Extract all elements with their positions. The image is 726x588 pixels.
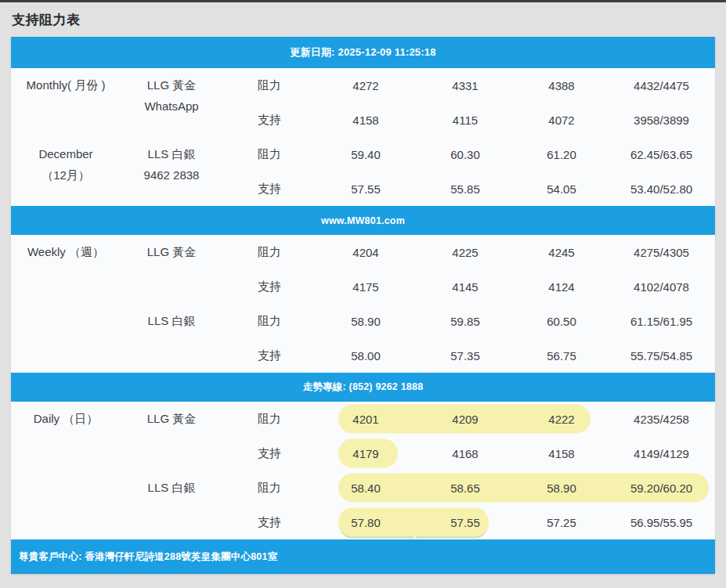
combo-value-cell: 56.95/55.95	[608, 505, 715, 539]
combo-value-cell: 4102/4078	[608, 269, 715, 304]
value-cell: 4168	[415, 436, 515, 471]
value-cell: 55.85	[415, 171, 515, 206]
value-cell: 57.55	[316, 171, 415, 206]
combo-value-cell: 4235/4258	[608, 402, 715, 436]
combo-value-cell: 59.20/60.20	[608, 471, 715, 505]
combo-value-cell: 55.75/54.85	[608, 338, 715, 373]
product-line: LLS 白銀	[121, 310, 222, 331]
product-cell: LLG 黃金	[121, 235, 222, 304]
value-cell: 56.75	[515, 338, 608, 373]
value-cell: 61.20	[515, 137, 608, 171]
value-cell: 4272	[316, 68, 415, 103]
value-cell: 4331	[415, 68, 515, 103]
value-cell: 4175	[316, 269, 415, 304]
period-line: Monthly( 月份 )	[11, 74, 121, 96]
table-row: December （12月） LLS 白銀 9462 2838 阻力 59.40…	[11, 137, 715, 171]
value-cell: 60.50	[515, 304, 608, 338]
row-type-label: 支持	[222, 269, 316, 304]
product-line: LLS 白銀	[121, 143, 222, 164]
value-cell: 57.80	[316, 505, 415, 539]
combo-value-cell: 3958/3899	[608, 103, 715, 137]
title-bar: 支持阻力表	[0, 2, 726, 37]
value-cell: 57.35	[415, 338, 515, 373]
value-cell: 59.40	[316, 137, 415, 171]
row-type-label: 支持	[222, 103, 316, 137]
product-line: LLS 白銀	[121, 477, 222, 498]
value-cell: 59.85	[415, 304, 515, 338]
product-line: WhatsApp	[121, 96, 222, 117]
value-cell: 58.65	[415, 471, 515, 505]
combo-value-cell: 53.40/52.80	[608, 171, 715, 206]
period-line: Weekly （週）	[11, 241, 121, 262]
row-type-label: 支持	[222, 338, 316, 373]
table-row: 尊貴客戶中心: 香港灣仔軒尼詩道288號英皇集團中心801室	[11, 539, 715, 574]
table-row: Monthly( 月份 ) LLG 黃金 WhatsApp 阻力 4272 43…	[11, 68, 715, 103]
combo-value-cell: 61.15/61.95	[608, 304, 715, 338]
value-cell: 57.25	[515, 505, 608, 539]
value-cell: 4124	[515, 269, 608, 304]
table-row: Weekly （週） LLG 黃金 阻力 4204 4225 4245 4275…	[11, 235, 715, 269]
combo-value-cell: 62.45/63.65	[608, 137, 715, 171]
value-cell: 4209	[415, 402, 515, 436]
value-cell: 60.30	[415, 137, 515, 171]
footer-address-bar: 尊貴客戶中心: 香港灣仔軒尼詩道288號英皇集團中心801室	[11, 539, 715, 574]
product-cell: LLS 白銀 9462 2838	[121, 137, 222, 206]
period-line: Daily （日）	[11, 408, 121, 429]
product-cell: LLG 黃金	[121, 402, 222, 471]
value-cell: 4179	[316, 436, 415, 471]
period-cell: Monthly( 月份 )	[11, 68, 121, 137]
row-type-label: 阻力	[222, 137, 316, 171]
row-type-label: 阻力	[222, 304, 316, 338]
value-cell: 58.00	[316, 338, 415, 373]
update-date-bar: 更新日期: 2025-12-09 11:25:18	[11, 37, 715, 68]
row-type-label: 支持	[222, 436, 316, 471]
value-cell: 58.90	[316, 304, 415, 338]
row-type-label: 阻力	[222, 402, 316, 436]
period-cell: December （12月）	[11, 137, 121, 206]
website-bar[interactable]: www.MW801.com	[11, 206, 715, 235]
value-cell: 4245	[515, 235, 608, 269]
row-type-label: 支持	[222, 505, 316, 539]
row-type-label: 支持	[222, 171, 316, 206]
period-cell: Daily （日）	[11, 402, 121, 471]
value-cell: 57.55	[415, 505, 515, 539]
table-row: www.MW801.com	[11, 206, 715, 235]
value-cell: 4158	[316, 103, 415, 137]
row-type-label: 阻力	[222, 68, 316, 103]
value-cell: 4072	[515, 103, 608, 137]
combo-value-cell: 4275/4305	[608, 235, 715, 269]
combo-value-cell: 4432/4475	[608, 68, 715, 103]
product-line: LLG 黃金	[121, 241, 222, 262]
hotline-bar: 走勢專線: (852) 9262 1888	[11, 373, 715, 402]
period-cell	[11, 471, 121, 539]
row-type-label: 阻力	[222, 235, 316, 269]
value-cell: 4204	[316, 235, 415, 269]
value-cell: 4115	[415, 103, 515, 137]
table-row: Daily （日） LLG 黃金 阻力 4201 4209 4222 4235/…	[11, 402, 715, 436]
period-line: December	[11, 143, 121, 164]
value-cell: 4158	[515, 436, 608, 471]
page-title: 支持阻力表	[12, 13, 81, 27]
value-cell: 58.40	[316, 471, 415, 505]
period-cell: Weekly （週）	[11, 235, 121, 304]
product-line: 9462 2838	[121, 164, 222, 186]
period-line: （12月）	[11, 164, 121, 186]
combo-value-cell: 4149/4129	[608, 436, 715, 471]
table-row: LLS 白銀 阻力 58.40 58.65 58.90 59.20/60.20	[11, 471, 715, 505]
product-cell: LLS 白銀	[121, 471, 222, 539]
row-type-label: 阻力	[222, 471, 316, 505]
product-cell: LLG 黃金 WhatsApp	[121, 68, 222, 137]
table-row: 走勢專線: (852) 9262 1888	[11, 373, 715, 402]
value-cell: 4388	[515, 68, 608, 103]
product-line: LLG 黃金	[121, 74, 222, 96]
product-line: LLG 黃金	[121, 408, 222, 429]
value-cell: 58.90	[515, 471, 608, 505]
value-cell: 54.05	[515, 171, 608, 206]
value-cell: 4225	[415, 235, 515, 269]
value-cell: 4222	[515, 402, 608, 436]
period-cell	[11, 304, 121, 373]
product-cell: LLS 白銀	[121, 304, 222, 373]
table-row: LLS 白銀 阻力 58.90 59.85 60.50 61.15/61.95	[11, 304, 715, 338]
support-resistance-table: 更新日期: 2025-12-09 11:25:18 Monthly( 月份 ) …	[11, 37, 715, 574]
value-cell: 4201	[316, 402, 415, 436]
